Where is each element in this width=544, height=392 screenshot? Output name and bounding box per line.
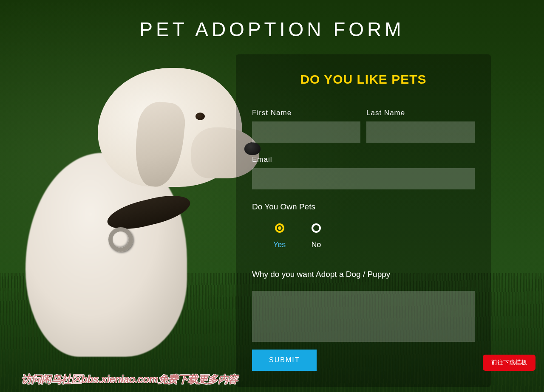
email-field: Email [252,155,475,189]
first-name-label: First Name [252,109,360,117]
last-name-input[interactable] [366,121,475,143]
watermark-text: 访问闲鸟社区bbs.xieniao.com免费下载更多内容 [21,372,238,386]
radio-option-no[interactable]: No [311,223,321,249]
last-name-field: Last Name [366,109,475,143]
adoption-form-card: DO YOU LIKE PETS First Name Last Name Em… [236,54,491,387]
why-adopt-textarea[interactable] [252,291,475,342]
radio-label-no: No [311,240,321,249]
why-adopt-question: Why do you want Adopt a Dog / Puppy [252,270,475,279]
last-name-label: Last Name [366,109,475,117]
radio-option-yes[interactable]: Yes [273,223,286,249]
radio-circle-icon [275,223,284,233]
radio-circle-icon [312,223,321,233]
radio-label-yes: Yes [273,240,286,249]
own-pets-question: Do You Own Pets [252,202,475,212]
page-title: PET ADOPTION FORM [0,0,544,41]
form-heading: DO YOU LIKE PETS [252,72,475,87]
own-pets-radio-group: Yes No [252,223,475,249]
first-name-input[interactable] [252,121,360,143]
download-template-button[interactable]: 前往下载模板 [483,355,536,371]
first-name-field: First Name [252,109,360,143]
submit-button[interactable]: SUBMIT [252,350,317,371]
email-label: Email [252,155,475,164]
email-input[interactable] [252,168,475,189]
